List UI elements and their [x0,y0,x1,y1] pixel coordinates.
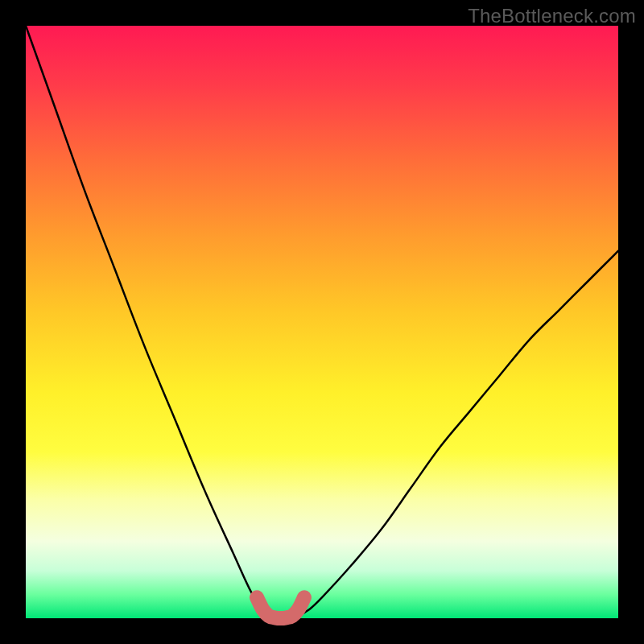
optimal-region-marker [257,597,304,618]
watermark-text: TheBottleneck.com [468,5,636,27]
curve-layer [26,26,618,618]
plot-area [26,26,618,618]
bottleneck-curve [26,26,618,616]
chart-frame: TheBottleneck.com [0,0,644,644]
